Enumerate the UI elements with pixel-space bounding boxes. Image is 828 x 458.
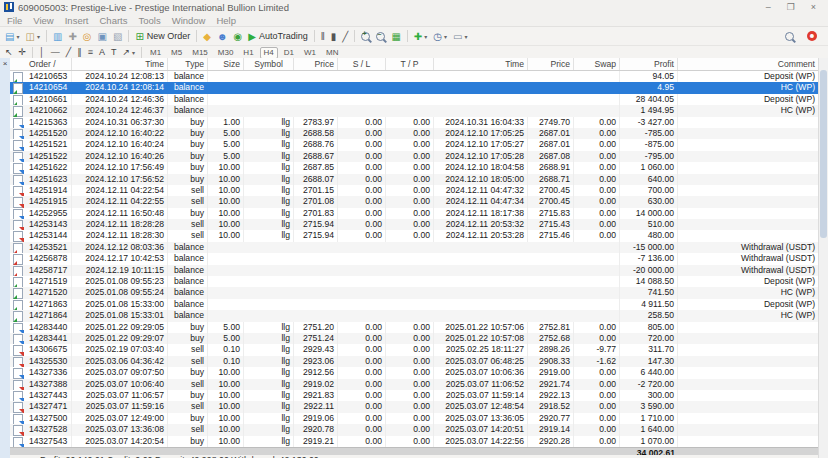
history-row[interactable]: 142715192025.01.08 09:55:23balance14 088… xyxy=(10,276,819,287)
community-icon[interactable]: ☻ xyxy=(215,29,230,44)
market-watch-icon[interactable]: ▥ xyxy=(51,29,64,44)
column-header-tp[interactable]: T / P xyxy=(386,58,434,70)
chevron-down-icon[interactable]: ▾ xyxy=(424,33,427,40)
column-header-type[interactable]: Type xyxy=(168,58,208,70)
column-header-sl[interactable]: S / L xyxy=(338,58,386,70)
minimize-button[interactable]: – xyxy=(766,2,771,12)
tile-windows-icon[interactable]: ▦ xyxy=(389,29,402,44)
toolbox-close-icon[interactable]: × xyxy=(0,59,10,69)
menu-view[interactable]: View xyxy=(33,15,53,26)
column-header-comment[interactable]: Comment xyxy=(678,58,819,70)
history-row[interactable]: 143275432025.03.07 14:20:54buy10.00llg29… xyxy=(10,436,819,447)
chevron-down-icon[interactable]: ▾ xyxy=(444,33,447,40)
history-row[interactable]: 142568782024.12.17 10:42:53balance-7 136… xyxy=(10,253,819,264)
indicators-icon[interactable]: ✚▾ xyxy=(412,29,429,44)
zoom-in-icon[interactable]: + xyxy=(359,29,372,44)
line-chart-icon[interactable]: ╱ xyxy=(340,29,350,44)
column-header-price[interactable]: Price xyxy=(528,58,574,70)
column-header-profit[interactable]: Profit xyxy=(620,58,678,70)
periods-icon[interactable]: ◷▾ xyxy=(431,29,449,44)
chevron-down-icon[interactable]: ▾ xyxy=(37,33,40,40)
history-row[interactable]: 142834412025.01.22 09:29:07buy5.00llg275… xyxy=(10,333,819,344)
timeframe-h1[interactable]: H1 xyxy=(239,47,257,59)
history-row[interactable]: 142106612024.10.24 12:46:36balance28 404… xyxy=(10,94,819,105)
column-header-time[interactable]: Time xyxy=(72,58,168,70)
horizontal-line-tool-icon[interactable]: — xyxy=(49,47,62,58)
vertical-scrollbar[interactable] xyxy=(818,58,828,458)
history-row[interactable]: 142531432024.12.11 18:28:28sell10.00llg2… xyxy=(10,219,819,230)
history-row[interactable]: 142516232024.12.10 17:56:52buy10.00llg26… xyxy=(10,174,819,185)
history-row[interactable]: 143274712025.03.07 11:59:16sell10.00llg2… xyxy=(10,401,819,412)
scrollbar-thumb[interactable] xyxy=(820,70,827,238)
timeframe-m15[interactable]: M15 xyxy=(188,47,212,59)
timeframe-m1[interactable]: M1 xyxy=(146,47,165,59)
history-row[interactable]: 143275282025.03.07 13:36:08sell10.00llg2… xyxy=(10,424,819,435)
history-row[interactable]: 142515222024.12.10 16:40:26buy5.00llg268… xyxy=(10,151,819,162)
timeframe-m5[interactable]: M5 xyxy=(167,47,186,59)
timeframe-d1[interactable]: D1 xyxy=(280,47,298,59)
history-row[interactable]: 142106622024.10.24 12:46:37balance1 494.… xyxy=(10,105,819,116)
menu-window[interactable]: Window xyxy=(172,15,206,26)
zoom-out-icon[interactable]: – xyxy=(374,29,387,44)
bar-chart-icon[interactable]: ‖ xyxy=(319,29,327,44)
metaeditor-icon[interactable]: ◆ xyxy=(201,29,213,44)
timeframe-mn[interactable]: MN xyxy=(322,47,342,59)
strategy-tester-icon[interactable]: ▧ xyxy=(111,29,124,44)
cursor-tool-icon[interactable]: ↖ xyxy=(3,47,15,58)
history-row[interactable]: 142529552024.12.11 16:50:48buy10.00llg27… xyxy=(10,208,819,219)
chevron-down-icon[interactable]: ▾ xyxy=(132,49,135,56)
history-row[interactable]: 142587172024.12.19 10:11:15balance-20 00… xyxy=(10,265,819,276)
menu-insert[interactable]: Insert xyxy=(65,15,89,26)
history-row[interactable]: 142834402025.01.22 09:29:05buy5.00llg275… xyxy=(10,322,819,333)
timeframe-h4[interactable]: H4 xyxy=(260,47,278,59)
equidistant-channel-tool-icon[interactable]: ∥ xyxy=(75,47,84,58)
history-row[interactable]: 143066752025.02.19 07:03:40sell0.10llg29… xyxy=(10,344,819,355)
search-icon[interactable] xyxy=(783,29,796,44)
fibonacci-tool-icon[interactable]: ≡ xyxy=(86,47,95,58)
column-header-swap[interactable]: Swap xyxy=(574,58,620,70)
timeframe-w1[interactable]: W1 xyxy=(300,47,320,59)
history-row[interactable]: 143273362025.03.07 09:07:50buy10.00llg29… xyxy=(10,367,819,378)
arrows-tool-icon[interactable]: ↗▾ xyxy=(120,47,137,58)
chevron-down-icon[interactable]: ▾ xyxy=(464,33,467,40)
history-row[interactable]: 142516222024.12.10 17:56:49buy10.00llg26… xyxy=(10,162,819,173)
trendline-tool-icon[interactable]: ╱ xyxy=(64,47,73,58)
candlestick-chart-icon[interactable]: ▮ xyxy=(329,29,339,44)
history-row[interactable]: 142718642025.01.08 15:33:01balance258.50… xyxy=(10,310,819,321)
restore-button[interactable]: ❐ xyxy=(787,2,795,12)
history-row[interactable]: 142515202024.12.10 16:40:22buy5.00llg268… xyxy=(10,128,819,139)
history-row[interactable]: 143255302025.03.06 04:36:42sell0.10llg29… xyxy=(10,356,819,367)
vertical-line-tool-icon[interactable]: │ xyxy=(37,47,47,58)
history-row[interactable]: 142531442024.12.11 18:28:30sell10.00llg2… xyxy=(10,230,819,241)
history-row[interactable]: 142715202025.01.08 09:55:24balance741.50… xyxy=(10,287,819,298)
templates-icon[interactable]: ▭▾ xyxy=(451,29,469,44)
signals-icon[interactable]: ◉ xyxy=(232,29,245,44)
crosshair-tool-icon[interactable]: ✛ xyxy=(17,47,29,58)
column-header-order[interactable]: Order / xyxy=(26,58,72,70)
history-row[interactable]: 143273882025.03.07 10:06:40sell10.00llg2… xyxy=(10,379,819,390)
timeframe-m30[interactable]: M30 xyxy=(214,47,238,59)
column-header-symbol[interactable]: Symbol xyxy=(244,58,294,70)
navigator-icon[interactable]: ◎ xyxy=(81,29,94,44)
history-row[interactable]: 142519142024.12.11 04:22:54sell10.00llg2… xyxy=(10,185,819,196)
close-button[interactable]: × xyxy=(811,2,816,12)
history-row[interactable]: 142718632025.01.08 15:33:00balance4 911.… xyxy=(10,299,819,310)
history-row[interactable]: 142515212024.12.10 16:40:24buy5.00llg268… xyxy=(10,139,819,150)
history-row[interactable]: 142535212024.12.12 08:03:36balance-15 00… xyxy=(10,242,819,253)
menu-charts[interactable]: Charts xyxy=(100,15,128,26)
menu-tools[interactable]: Tools xyxy=(138,15,160,26)
history-row[interactable]: 143275002025.03.07 12:49:00buy10.00llg29… xyxy=(10,413,819,424)
menu-file[interactable]: File xyxy=(7,15,22,26)
menu-help[interactable]: Help xyxy=(216,15,236,26)
new-chart-icon[interactable]: ▤▾ xyxy=(3,29,21,44)
column-header-size[interactable]: Size xyxy=(208,58,244,70)
notifications-icon[interactable]: ☻ xyxy=(805,29,819,44)
terminal-icon[interactable]: ▣ xyxy=(96,29,109,44)
profiles-icon[interactable]: ◫▾ xyxy=(23,29,41,44)
history-row[interactable]: 142106542024.10.24 12:08:14balance4.95HC… xyxy=(10,82,819,93)
autotrading-button[interactable]: ▶AutoTrading xyxy=(246,29,309,44)
column-header-price[interactable]: Price xyxy=(294,58,338,70)
history-row[interactable]: 143274432025.03.07 11:06:57buy10.00llg29… xyxy=(10,390,819,401)
text-label-tool-icon[interactable]: T xyxy=(109,47,119,58)
new-order-button[interactable]: ⊞New Order xyxy=(133,29,192,44)
